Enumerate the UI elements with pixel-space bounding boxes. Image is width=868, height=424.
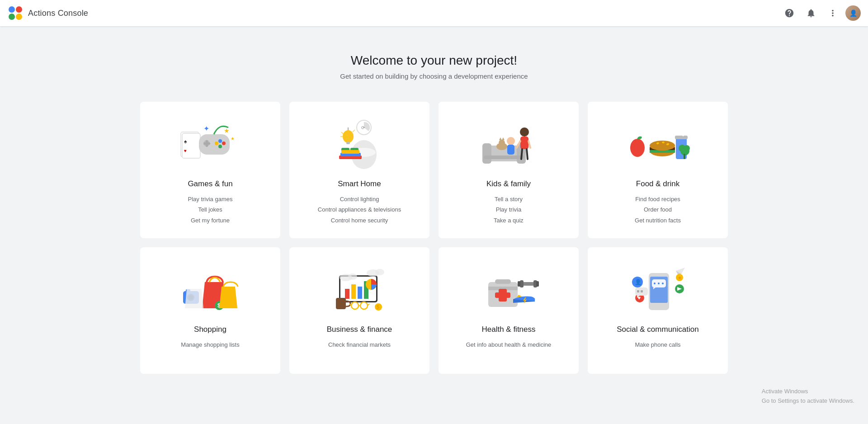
card-food-drink-illustration bbox=[626, 116, 689, 170]
more-options-button[interactable] bbox=[824, 4, 842, 22]
card-kids-family[interactable]: Kids & family Tell a story Play trivia T… bbox=[439, 102, 579, 238]
feature-item: Play trivia games bbox=[188, 194, 233, 204]
avatar-image: 👤 bbox=[845, 5, 861, 21]
card-kids-family-illustration bbox=[477, 116, 540, 170]
svg-text:👤: 👤 bbox=[635, 278, 642, 285]
svg-rect-77 bbox=[351, 284, 356, 299]
svg-rect-46 bbox=[520, 137, 528, 149]
svg-rect-62 bbox=[675, 136, 688, 139]
svg-text:♠: ♠ bbox=[184, 138, 187, 145]
svg-rect-11 bbox=[203, 142, 210, 145]
card-business-finance-title: Business & finance bbox=[327, 325, 392, 334]
card-health-fitness[interactable]: Health & fitness Get info about health &… bbox=[439, 247, 579, 374]
svg-rect-44 bbox=[507, 145, 514, 155]
svg-point-83 bbox=[360, 302, 368, 309]
card-food-drink[interactable]: Food & drink Find food recipes Order foo… bbox=[588, 102, 728, 238]
logo-area: Actions Console bbox=[7, 5, 88, 21]
social-illustration-icon: 👤 ♥ ★ bbox=[626, 264, 689, 314]
card-shopping-features: Manage shopping lists bbox=[181, 339, 239, 350]
feature-item: Manage shopping lists bbox=[181, 339, 239, 350]
feature-item: Make phone calls bbox=[635, 339, 680, 350]
feature-item: Take a quiz bbox=[494, 215, 524, 226]
card-health-fitness-illustration bbox=[477, 262, 540, 316]
svg-point-1 bbox=[16, 6, 22, 13]
feature-item: Play trivia bbox=[494, 204, 524, 215]
card-shopping-illustration: $ bbox=[179, 262, 242, 316]
feature-item: Find food recipes bbox=[635, 194, 681, 204]
svg-point-92 bbox=[375, 269, 384, 275]
svg-point-82 bbox=[351, 302, 359, 309]
card-shopping[interactable]: $ Shopping Manage shopping lists bbox=[140, 247, 280, 374]
svg-text:✦: ✦ bbox=[203, 125, 209, 132]
card-social-communication-features: Make phone calls bbox=[635, 339, 680, 350]
help-button[interactable] bbox=[780, 4, 798, 22]
bell-icon bbox=[806, 8, 816, 18]
svg-rect-96 bbox=[495, 292, 510, 298]
card-business-finance[interactable]: $ Business & finance Check financial mar… bbox=[289, 247, 429, 374]
svg-point-2 bbox=[9, 14, 15, 20]
card-games-fun-title: Games & fun bbox=[188, 179, 232, 188]
feature-item: Get my fortune bbox=[188, 215, 233, 226]
svg-rect-36 bbox=[482, 143, 491, 164]
feature-item: Control lighting bbox=[318, 194, 401, 204]
help-icon bbox=[784, 8, 794, 18]
notifications-button[interactable] bbox=[802, 4, 820, 22]
svg-rect-101 bbox=[518, 281, 520, 287]
cards-grid: ♠ ♥ ★ ★ bbox=[140, 102, 728, 374]
svg-point-108 bbox=[658, 283, 660, 284]
games-illustration-icon: ♠ ♥ ★ ★ bbox=[179, 118, 242, 168]
card-games-fun-illustration: ♠ ♥ ★ ★ bbox=[179, 116, 242, 170]
svg-point-51 bbox=[630, 139, 645, 157]
card-smart-home[interactable]: ⟳ Smart Home Control lighting Control ap… bbox=[289, 102, 429, 238]
card-health-fitness-features: Get info about health & medicine bbox=[466, 339, 552, 350]
card-shopping-title: Shopping bbox=[194, 325, 226, 334]
smarthome-illustration-icon: ⟳ bbox=[328, 118, 391, 168]
svg-marker-41 bbox=[499, 137, 502, 140]
svg-point-15 bbox=[215, 141, 218, 145]
svg-point-3 bbox=[16, 14, 22, 20]
svg-point-0 bbox=[9, 6, 15, 13]
svg-text:♥: ♥ bbox=[184, 148, 187, 153]
feature-item: Tell a story bbox=[494, 194, 524, 204]
svg-rect-38 bbox=[484, 155, 524, 159]
topbar: Actions Console 👤 bbox=[0, 0, 868, 26]
welcome-subtitle: Get started on building by choosing a de… bbox=[54, 72, 814, 80]
svg-line-63 bbox=[681, 127, 683, 136]
feature-item: Control appliances & televisions bbox=[318, 204, 401, 215]
svg-rect-78 bbox=[358, 287, 362, 299]
feature-item: Get nutrition facts bbox=[635, 215, 681, 226]
feature-item: Order food bbox=[635, 204, 681, 215]
svg-rect-99 bbox=[520, 280, 524, 287]
svg-marker-42 bbox=[502, 137, 505, 140]
svg-rect-5 bbox=[182, 133, 200, 158]
svg-rect-22 bbox=[346, 142, 350, 144]
feature-item: Check financial markets bbox=[328, 339, 391, 350]
health-illustration-icon bbox=[477, 264, 540, 314]
svg-text:⟳: ⟳ bbox=[361, 125, 365, 130]
svg-line-48 bbox=[528, 141, 530, 148]
card-social-communication[interactable]: 👤 ♥ ★ Social & communicat bbox=[588, 247, 728, 374]
user-avatar[interactable]: 👤 bbox=[845, 5, 861, 21]
card-games-fun[interactable]: ♠ ♥ ★ ★ bbox=[140, 102, 280, 238]
google-logo-icon bbox=[7, 5, 24, 21]
card-business-finance-features: Check financial markets bbox=[328, 339, 391, 350]
svg-rect-81 bbox=[336, 298, 346, 309]
svg-rect-97 bbox=[495, 279, 511, 284]
svg-point-45 bbox=[520, 127, 529, 137]
feature-item: Tell jokes bbox=[188, 204, 233, 215]
svg-line-24 bbox=[341, 132, 344, 134]
svg-line-26 bbox=[353, 130, 355, 132]
card-smart-home-title: Smart Home bbox=[338, 179, 381, 188]
feature-item: Get info about health & medicine bbox=[466, 339, 552, 350]
card-health-fitness-title: Health & fitness bbox=[481, 325, 535, 334]
svg-point-12 bbox=[218, 139, 222, 143]
card-food-drink-title: Food & drink bbox=[636, 179, 679, 188]
card-social-communication-title: Social & communication bbox=[617, 325, 698, 334]
svg-text:★: ★ bbox=[224, 127, 230, 134]
svg-point-66 bbox=[684, 145, 690, 151]
card-social-communication-illustration: 👤 ♥ ★ bbox=[626, 262, 689, 316]
card-smart-home-illustration: ⟳ bbox=[328, 116, 391, 170]
svg-text:★: ★ bbox=[231, 136, 235, 141]
kids-illustration-icon bbox=[477, 118, 540, 168]
svg-rect-32 bbox=[341, 150, 359, 154]
